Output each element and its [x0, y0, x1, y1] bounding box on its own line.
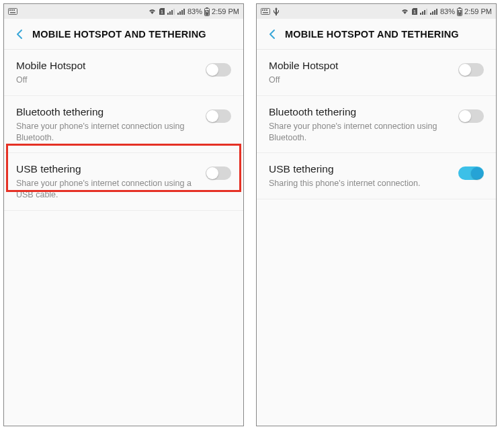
svg-rect-29	[434, 10, 435, 15]
setting-title: Bluetooth tethering	[16, 105, 198, 119]
usb-tethering-toggle[interactable]	[458, 166, 484, 180]
setting-title: Mobile Hotspot	[269, 59, 450, 73]
svg-rect-12	[181, 10, 183, 15]
svg-rect-27	[430, 13, 431, 15]
svg-rect-21	[263, 12, 268, 13]
phone-screen-left: 1 83% 2:59 PM MOBILE HOTSPOT AND TETHERI…	[3, 3, 244, 426]
back-button[interactable]	[261, 22, 285, 46]
header: MOBILE HOTSPOT AND TETHERING	[4, 19, 243, 50]
signal-icon-2	[177, 8, 185, 15]
mobile-hotspot-toggle[interactable]	[206, 63, 231, 77]
keyboard-icon	[261, 8, 270, 15]
phone-screen-right: 1 83% 2:59 PM MOBILE HOTSPOT AND TETHERI…	[256, 3, 497, 426]
wifi-icon	[148, 8, 157, 15]
status-time: 2:59 PM	[464, 7, 492, 15]
back-icon	[267, 28, 279, 40]
svg-rect-20	[266, 9, 267, 11]
svg-rect-26	[426, 9, 427, 15]
setting-subtitle: Share your phone's internet connection u…	[16, 121, 198, 144]
signal-icon	[420, 8, 428, 15]
svg-rect-2	[11, 9, 13, 11]
svg-rect-8	[171, 10, 173, 15]
page-title: MOBILE HOTSPOT AND TETHERING	[32, 29, 206, 40]
setting-subtitle: Sharing this phone's internet connection…	[269, 178, 450, 189]
svg-rect-18	[262, 9, 263, 11]
signal-icon-2	[430, 8, 438, 15]
sim1-icon: 1	[159, 7, 165, 15]
settings-list: Mobile Hotspot Off Bluetooth tethering S…	[257, 50, 496, 426]
mobile-hotspot-row[interactable]: Mobile Hotspot Off	[257, 50, 496, 96]
mobile-hotspot-toggle[interactable]	[458, 63, 484, 77]
sim1-icon: 1	[411, 7, 418, 15]
svg-rect-3	[13, 9, 15, 11]
setting-title: USB tethering	[269, 162, 450, 177]
svg-rect-30	[436, 9, 437, 15]
svg-rect-0	[9, 9, 17, 15]
status-time: 2:59 PM	[212, 7, 239, 15]
usb-tethering-row[interactable]: USB tethering Sharing this phone's inter…	[257, 153, 496, 199]
svg-rect-25	[424, 10, 425, 15]
svg-rect-19	[264, 9, 265, 11]
bluetooth-tethering-row[interactable]: Bluetooth tethering Share your phone's i…	[257, 96, 496, 154]
svg-rect-6	[167, 13, 169, 15]
svg-rect-28	[432, 11, 433, 15]
svg-rect-1	[9, 9, 11, 11]
svg-rect-11	[179, 11, 181, 15]
usb-icon	[273, 7, 280, 15]
svg-text:1: 1	[413, 9, 416, 14]
svg-rect-9	[173, 9, 175, 15]
setting-title: Bluetooth tethering	[269, 105, 450, 119]
setting-title: USB tethering	[16, 162, 198, 177]
svg-rect-7	[169, 11, 171, 15]
page-title: MOBILE HOTSPOT AND TETHERING	[285, 29, 459, 40]
svg-rect-23	[420, 13, 421, 15]
bluetooth-tethering-toggle[interactable]	[206, 109, 231, 123]
battery-percent: 83%	[187, 7, 202, 15]
bluetooth-tethering-toggle[interactable]	[458, 109, 484, 123]
setting-subtitle: Off	[16, 75, 198, 86]
signal-icon	[167, 8, 175, 15]
status-bar: 1 83% 2:59 PM	[4, 4, 243, 19]
svg-rect-17	[261, 9, 270, 15]
status-bar: 1 83% 2:59 PM	[257, 4, 496, 19]
svg-rect-10	[177, 13, 179, 15]
usb-tethering-toggle[interactable]	[206, 166, 231, 180]
bluetooth-tethering-row[interactable]: Bluetooth tethering Share your phone's i…	[4, 96, 243, 154]
svg-rect-13	[183, 9, 185, 15]
svg-rect-24	[422, 11, 423, 15]
setting-subtitle: Share your phone's internet connection u…	[269, 121, 450, 144]
battery-percent: 83%	[440, 7, 455, 15]
keyboard-icon	[8, 8, 17, 15]
back-icon	[14, 28, 26, 40]
setting-title: Mobile Hotspot	[16, 59, 198, 73]
setting-subtitle: Share your phone's internet connection u…	[16, 178, 198, 201]
svg-text:1: 1	[161, 9, 163, 14]
svg-rect-4	[10, 12, 15, 13]
back-button[interactable]	[8, 22, 32, 46]
battery-icon	[204, 7, 210, 16]
settings-list: Mobile Hotspot Off Bluetooth tethering S…	[4, 50, 243, 426]
setting-subtitle: Off	[269, 75, 450, 86]
mobile-hotspot-row[interactable]: Mobile Hotspot Off	[4, 50, 243, 96]
header: MOBILE HOTSPOT AND TETHERING	[257, 19, 496, 50]
wifi-icon	[401, 8, 409, 15]
battery-icon	[457, 7, 462, 16]
usb-tethering-row[interactable]: USB tethering Share your phone's interne…	[4, 153, 243, 211]
